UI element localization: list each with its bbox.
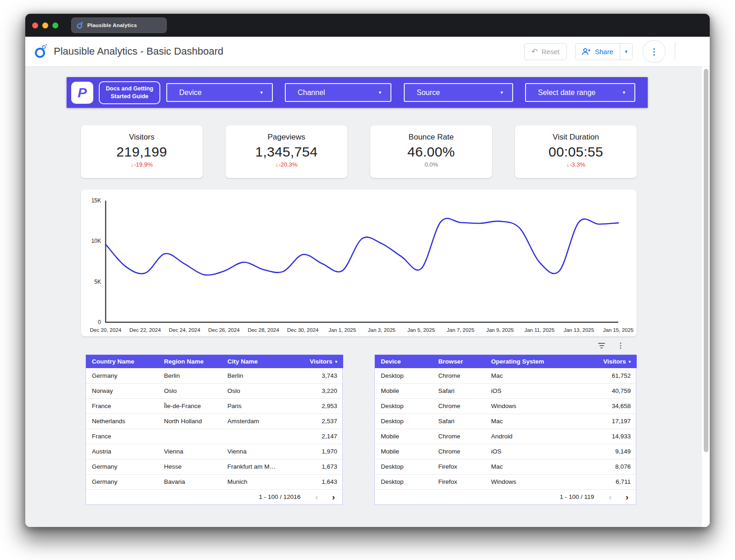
browser-window: Plausible Analytics Plausible Analytics … [25, 14, 710, 527]
scorecard-value: 219,199 [81, 144, 203, 160]
svg-text:Dec 26, 2024: Dec 26, 2024 [208, 327, 240, 333]
table-row: GermanyHesseFrankfurt am M…1,673 [86, 459, 343, 474]
pagination-range: 1 - 100 / 12016 [259, 493, 301, 500]
svg-text:Jan 9, 2025: Jan 9, 2025 [486, 327, 514, 333]
more-options-button[interactable]: ⋮ [643, 40, 666, 63]
scorecard-title: Pageviews [226, 133, 347, 142]
share-options-caret[interactable]: ▾ [620, 44, 632, 60]
filter-icon[interactable] [597, 342, 606, 349]
scorecard-bounce-rate: Bounce Rate 46.00% 0.0% [370, 125, 492, 178]
prev-page-button[interactable]: ‹ [314, 493, 319, 501]
tech-table-card: DeviceBrowserOperating SystemVisitors▾ D… [374, 354, 636, 505]
scrollbar-track [702, 67, 710, 527]
svg-text:Dec 24, 2024: Dec 24, 2024 [169, 327, 200, 333]
table-row: DesktopFirefoxMac8,076 [375, 459, 637, 474]
svg-text:Jan 7, 2025: Jan 7, 2025 [447, 327, 475, 333]
column-header[interactable]: Operating System [485, 355, 584, 368]
geo-pagination: 1 - 100 / 12016 ‹ › [86, 490, 342, 505]
next-page-button[interactable]: › [625, 493, 629, 501]
docs-button[interactable]: Docs and Getting Started Guide [99, 81, 160, 104]
scorecard-value: 1,345,754 [226, 144, 347, 160]
caret-down-icon: ▾ [379, 90, 381, 95]
sort-desc-icon: ▾ [628, 359, 631, 364]
svg-text:Jan 15, 2025: Jan 15, 2025 [603, 327, 634, 333]
scorecard-delta: ↓-3.3% [515, 161, 637, 168]
svg-text:Jan 3, 2025: Jan 3, 2025 [368, 327, 396, 333]
scorecard-delta: ↓-19.9% [81, 161, 203, 168]
table-row: FranceÎle-de-FranceParis2,953 [86, 398, 343, 414]
prev-page-button[interactable]: ‹ [608, 493, 612, 501]
pagination-range: 1 - 100 / 119 [560, 493, 594, 500]
arrow-down-icon: ↓ [130, 162, 133, 168]
table-row: GermanyBavariaMunich1,643 [86, 474, 343, 489]
share-button[interactable]: Share [576, 44, 620, 60]
channel-filter-dropdown[interactable]: Channel ▾ [285, 83, 391, 102]
table-row: MobileChromeiOS9,149 [375, 444, 637, 459]
source-filter-dropdown[interactable]: Source ▾ [404, 83, 513, 102]
svg-text:Jan 5, 2025: Jan 5, 2025 [407, 327, 435, 333]
svg-text:Dec 28, 2024: Dec 28, 2024 [248, 327, 279, 333]
filter-bar: P Docs and Getting Started Guide Device … [67, 77, 648, 108]
column-header[interactable]: Country Name [86, 355, 158, 368]
svg-text:0: 0 [98, 319, 101, 325]
tech-pagination: 1 - 100 / 119 ‹ › [375, 490, 636, 505]
plausible-favicon-icon [77, 22, 83, 29]
table-row: NorwayOsloOslo3,220 [86, 383, 343, 398]
scrollbar-thumb[interactable] [704, 69, 708, 452]
column-header[interactable]: Visitors▾ [294, 355, 343, 368]
share-label: Share [595, 48, 613, 56]
kebab-icon: ⋮ [650, 47, 659, 56]
date-range-dropdown[interactable]: Select date range ▾ [525, 83, 635, 102]
column-header[interactable]: Region Name [158, 355, 221, 368]
table-row: DesktopChromeWindows34,658 [375, 398, 637, 414]
dashboard-canvas: P Docs and Getting Started Guide Device … [25, 67, 710, 527]
svg-text:Dec 30, 2024: Dec 30, 2024 [287, 327, 319, 333]
report-header: Plausible Analytics - Basic Dashboard ↶ … [25, 37, 710, 67]
scorecard-delta: 0.0% [370, 161, 492, 168]
table-kebab-icon[interactable]: ⋮ [617, 342, 624, 349]
column-header[interactable]: Browser [432, 355, 485, 368]
table-row: France2,147 [86, 429, 343, 444]
scorecard-visit-duration: Visit Duration 00:05:55 ↓-3.3% [515, 125, 637, 178]
table-header-row: Country NameRegion NameCity NameVisitors… [86, 355, 343, 368]
caret-down-icon: ▾ [622, 90, 625, 95]
table-row: DesktopFirefoxWindows6,711 [375, 474, 637, 489]
geo-table-card: Country NameRegion NameCity NameVisitors… [85, 354, 343, 505]
person-add-icon [582, 48, 591, 55]
caret-down-icon: ▾ [260, 90, 263, 95]
header-divider [675, 42, 675, 61]
table-toolbar: ⋮ [597, 342, 624, 349]
report-logo-icon [34, 44, 47, 59]
table-header-row: DeviceBrowserOperating SystemVisitors▾ [375, 355, 637, 368]
timeseries-card: 05K10K15KDec 20, 2024Dec 22, 2024Dec 24,… [81, 190, 637, 336]
caret-down-icon: ▾ [625, 49, 628, 55]
geo-table: Country NameRegion NameCity NameVisitors… [86, 355, 343, 490]
scorecard-title: Bounce Rate [370, 133, 492, 142]
browser-tab[interactable]: Plausible Analytics [71, 17, 167, 33]
scorecard-title: Visitors [81, 133, 203, 142]
undo-icon: ↶ [531, 48, 538, 56]
tech-table: DeviceBrowserOperating SystemVisitors▾ D… [375, 355, 637, 490]
column-header[interactable]: Visitors▾ [584, 355, 637, 368]
reset-button[interactable]: ↶ Reset [524, 43, 567, 60]
scorecard-row: Visitors 219,199 ↓-19.9% Pageviews 1,345… [81, 125, 637, 178]
column-header[interactable]: City Name [221, 355, 294, 368]
plausible-logo: P [71, 82, 93, 104]
svg-text:Dec 22, 2024: Dec 22, 2024 [130, 327, 161, 333]
device-filter-dropdown[interactable]: Device ▾ [166, 83, 273, 102]
tab-title: Plausible Analytics [87, 22, 137, 28]
table-row: NetherlandsNorth HollandAmsterdam2,537 [86, 414, 343, 429]
close-window-button[interactable] [32, 22, 38, 28]
next-page-button[interactable]: › [331, 493, 336, 501]
caret-down-icon: ▾ [500, 90, 503, 95]
sort-desc-icon: ▾ [335, 359, 337, 364]
svg-text:5K: 5K [94, 279, 101, 285]
table-row: GermanyBerlinBerlin3,743 [86, 368, 343, 383]
table-row: MobileChromeAndroid14,933 [375, 429, 637, 444]
minimize-window-button[interactable] [42, 22, 48, 28]
column-header[interactable]: Device [375, 355, 432, 368]
table-row: DesktopChromeMac61,752 [375, 368, 637, 383]
scorecard-visitors: Visitors 219,199 ↓-19.9% [81, 125, 203, 178]
fullscreen-window-button[interactable] [52, 22, 58, 28]
plausible-logo-letter: P [78, 86, 87, 100]
